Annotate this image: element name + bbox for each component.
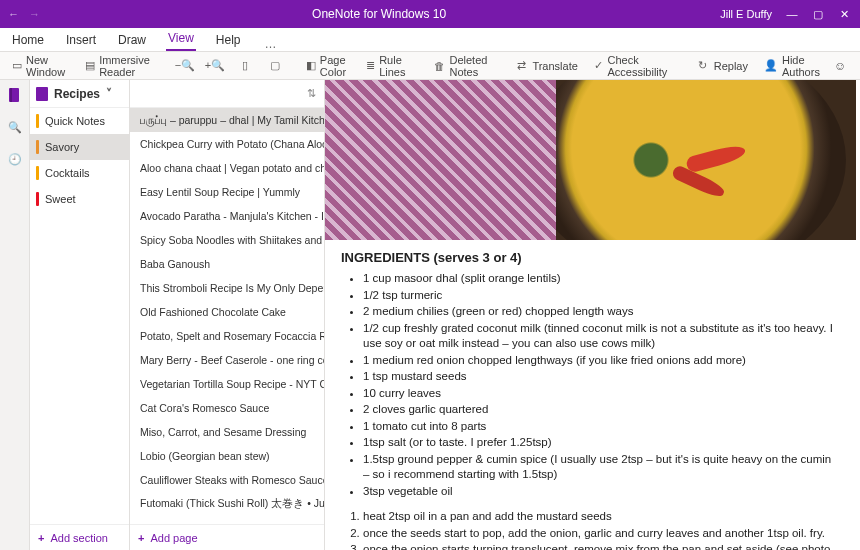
- immersive-reader-button[interactable]: ▤Immersive Reader: [79, 51, 160, 81]
- hide-authors-button[interactable]: 👤Hide Authors: [758, 51, 826, 81]
- section-item[interactable]: Cocktails: [30, 160, 129, 186]
- notebook-header[interactable]: Recipes ˅: [30, 80, 129, 108]
- rule-lines-button[interactable]: ≣Rule Lines: [360, 51, 416, 81]
- lines-icon: ≣: [366, 59, 375, 73]
- page-width-button[interactable]: ▢: [262, 56, 288, 76]
- tabs-overflow[interactable]: …: [265, 37, 277, 51]
- search-icon[interactable]: 🔍: [6, 118, 24, 136]
- section-label: Quick Notes: [45, 115, 105, 127]
- reader-icon: ▤: [85, 59, 95, 73]
- translate-icon: ⇄: [514, 59, 528, 73]
- user-name[interactable]: Jill E Duffy: [720, 8, 772, 20]
- page-color-button[interactable]: ◧Page Color: [300, 51, 356, 81]
- page-item[interactable]: Lobio (Georgian bean stew): [130, 444, 324, 468]
- tab-draw[interactable]: Draw: [116, 29, 148, 51]
- page-item[interactable]: Futomaki (Thick Sushi Roll) 太巻き • Just O…: [130, 492, 324, 516]
- new-window-button[interactable]: ▭New Window: [6, 51, 75, 81]
- ingredients-heading: INGREDIENTS (serves 3 or 4): [341, 250, 834, 265]
- view-toolbar: ▭New Window ▤Immersive Reader −🔍 +🔍 ▯ ▢ …: [0, 52, 860, 80]
- ingredient-item: 2 medium chilies (green or red) chopped …: [363, 304, 834, 320]
- authors-icon: 👤: [764, 59, 778, 73]
- translate-button[interactable]: ⇄Translate: [508, 56, 583, 76]
- page-item[interactable]: Spicy Soba Noodles with Shiitakes and Ca…: [130, 228, 324, 252]
- nav-forward-icon[interactable]: →: [29, 8, 40, 20]
- section-item[interactable]: Sweet: [30, 186, 129, 212]
- app-title: OneNote for Windows 10: [48, 7, 710, 21]
- step-item: once the seeds start to pop, add the oni…: [363, 526, 834, 542]
- accessibility-button[interactable]: ✓Check Accessibility: [588, 51, 678, 81]
- page-item[interactable]: Cauliflower Steaks with Romesco Sauce Re…: [130, 468, 324, 492]
- accessibility-icon: ✓: [594, 59, 604, 73]
- note-canvas[interactable]: INGREDIENTS (serves 3 or 4) 1 cup masoor…: [325, 80, 860, 550]
- close-button[interactable]: ✕: [838, 8, 850, 21]
- maximize-button[interactable]: ▢: [812, 8, 824, 21]
- section-item[interactable]: Quick Notes: [30, 108, 129, 134]
- section-color-bar: [36, 166, 39, 180]
- page-item[interactable]: Falafel (Israeli-Syrian Style): [130, 516, 324, 524]
- page-item[interactable]: Miso, Carrot, and Sesame Dressing: [130, 420, 324, 444]
- replay-icon: ↻: [696, 59, 710, 73]
- add-section-button[interactable]: +Add section: [30, 524, 129, 550]
- page-item[interactable]: பருப்பு – paruppu – dhal | My Tamil Kitc…: [130, 108, 324, 132]
- svg-rect-1: [10, 88, 12, 102]
- ingredient-item: 1 medium red onion chopped lengthways (i…: [363, 353, 834, 369]
- section-item[interactable]: Savory: [30, 134, 129, 160]
- hundred-icon: ▯: [238, 59, 252, 73]
- page-item[interactable]: Vegetarian Tortilla Soup Recipe - NYT Co…: [130, 372, 324, 396]
- recipe-image: [325, 80, 856, 240]
- zoom-in-icon: +🔍: [208, 59, 222, 73]
- nav-rail: 🔍 🕘: [0, 80, 30, 550]
- page-item[interactable]: Aloo chana chaat | Vegan potato and chic…: [130, 156, 324, 180]
- steps-list: heat 2tsp oil in a pan and add the musta…: [363, 509, 834, 550]
- ingredient-item: 1tsp salt (or to taste. I prefer 1.25tsp…: [363, 435, 834, 451]
- replay-button[interactable]: ↻Replay: [690, 56, 754, 76]
- zoom-out-icon: −🔍: [178, 59, 192, 73]
- nav-back-icon[interactable]: ←: [8, 8, 19, 20]
- section-color-bar: [36, 114, 39, 128]
- ingredient-item: 1/2 cup freshly grated coconut milk (tin…: [363, 321, 834, 352]
- zoom-in-button[interactable]: +🔍: [202, 56, 228, 76]
- ingredient-item: 1/2 tsp turmeric: [363, 288, 834, 304]
- tab-help[interactable]: Help: [214, 29, 243, 51]
- zoom-out-button[interactable]: −🔍: [172, 56, 198, 76]
- ingredients-list: 1 cup masoor dhal (split orange lentils)…: [363, 271, 834, 499]
- recent-icon[interactable]: 🕘: [6, 150, 24, 168]
- ingredient-item: 1 tomato cut into 8 parts: [363, 419, 834, 435]
- ingredient-item: 1.5tsp ground pepper & cumin spice (I us…: [363, 452, 834, 483]
- page-pane: ⇅ பருப்பு – paruppu – dhal | My Tamil Ki…: [130, 80, 325, 550]
- minimize-button[interactable]: —: [786, 8, 798, 20]
- ribbon-tabs: HomeInsertDrawViewHelp…: [0, 28, 860, 52]
- ingredient-item: 1 tsp mustard seeds: [363, 369, 834, 385]
- ingredient-item: 1 cup masoor dhal (split orange lentils): [363, 271, 834, 287]
- deleted-notes-button[interactable]: 🗑Deleted Notes: [428, 51, 496, 81]
- page-item[interactable]: This Stromboli Recipe Is My Only Depende…: [130, 276, 324, 300]
- feedback-icon[interactable]: ☺: [834, 59, 846, 73]
- color-icon: ◧: [306, 59, 316, 73]
- tab-view[interactable]: View: [166, 27, 196, 51]
- step-item: once the onion starts turning translucen…: [363, 542, 834, 550]
- ingredient-item: 10 curry leaves: [363, 386, 834, 402]
- section-pane: Recipes ˅ Quick NotesSavoryCocktailsSwee…: [30, 80, 130, 550]
- page-item[interactable]: Old Fashioned Chocolate Cake: [130, 300, 324, 324]
- page-item[interactable]: Easy Lentil Soup Recipe | Yummly: [130, 180, 324, 204]
- ingredient-item: 2 cloves garlic quartered: [363, 402, 834, 418]
- add-page-button[interactable]: +Add page: [130, 524, 324, 550]
- chevron-down-icon: ˅: [106, 87, 112, 101]
- trash-icon: 🗑: [434, 59, 445, 73]
- window-icon: ▭: [12, 59, 22, 73]
- page-item[interactable]: Baba Ganoush: [130, 252, 324, 276]
- section-color-bar: [36, 192, 39, 206]
- sort-icon[interactable]: ⇅: [307, 87, 316, 100]
- tab-home[interactable]: Home: [10, 29, 46, 51]
- page-item[interactable]: Chickpea Curry with Potato (Chana Aloo C…: [130, 132, 324, 156]
- page-item[interactable]: Cat Cora's Romesco Sauce: [130, 396, 324, 420]
- notebooks-icon[interactable]: [6, 86, 24, 104]
- section-label: Savory: [45, 141, 79, 153]
- page-item[interactable]: Avocado Paratha - Manjula's Kitchen - In…: [130, 204, 324, 228]
- page-item[interactable]: Potato, Spelt and Rosemary Focaccia Reci…: [130, 324, 324, 348]
- page-item[interactable]: Mary Berry - Beef Caserole - one ring co…: [130, 348, 324, 372]
- ingredient-item: 3tsp vegetable oil: [363, 484, 834, 500]
- step-item: heat 2tsp oil in a pan and add the musta…: [363, 509, 834, 525]
- tab-insert[interactable]: Insert: [64, 29, 98, 51]
- zoom-100-button[interactable]: ▯: [232, 56, 258, 76]
